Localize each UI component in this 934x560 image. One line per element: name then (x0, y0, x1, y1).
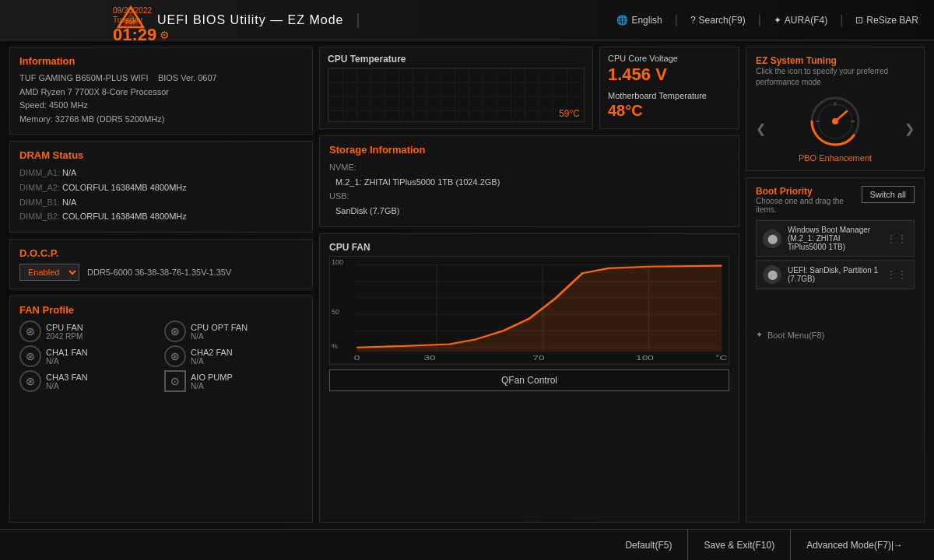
dram-b2: DIMM_B2: COLORFUL 16384MB 4800MHz (19, 209, 303, 224)
middle-column: CPU Temperature 59°C CPU Core Voltage 1.… (319, 47, 739, 523)
fan-chart-svg: 30 70 100 °C 0 (330, 257, 729, 364)
fan-info-cha3: CHA3 FAN N/A (46, 373, 88, 390)
dram-b2-label: DIMM_B2: (19, 212, 62, 221)
dram-b1: DIMM_B1: N/A (19, 195, 303, 210)
nav-sep-1: | (675, 13, 678, 27)
boot-menu-button[interactable]: ✦ Boot Menu(F8) (756, 330, 915, 340)
right-column: EZ System Tuning Click the icon to speci… (746, 47, 925, 523)
nav-sep-3: | (840, 13, 843, 27)
fan-grid: ⊛ CPU FAN 2042 RPM ⊛ CPU OPT FAN N/A (19, 320, 303, 392)
fan-icon-cha1: ⊛ (19, 345, 41, 367)
temp-graph-area: 59°C (328, 68, 585, 122)
language-label: English (631, 15, 662, 26)
left-column: Information TUF GAMING B650M-PLUS WIFI B… (9, 47, 313, 523)
docp-select[interactable]: Disabled Enabled (19, 264, 79, 281)
docp-panel: D.O.C.P. Disabled Enabled DDR5-6000 36-3… (9, 239, 313, 289)
bios-title: UEFI BIOS Utility — EZ Mode (157, 13, 343, 27)
usb-value-row: SanDisk (7.7GB) (329, 204, 729, 219)
boot-header: Boot Priority Choose one and drag the it… (756, 186, 915, 214)
info-title: Information (19, 55, 303, 67)
drag-handle-1[interactable]: ⋮⋮ (886, 268, 908, 281)
fan-item-cha1: ⊛ CHA1 FAN N/A (19, 345, 158, 367)
fan-item-cpu: ⊛ CPU FAN 2042 RPM (19, 320, 158, 342)
info-model-row: TUF GAMING B650M-PLUS WIFI BIOS Ver. 060… (19, 72, 303, 86)
info-speed-row: Speed: 4500 MHz (19, 99, 303, 113)
carousel-left-arrow[interactable]: ❮ (756, 121, 766, 136)
datetime-section: 09/20/2022 Tuesday 01:29 ⚙ (113, 6, 170, 45)
dram-b1-val: N/A (62, 198, 76, 207)
svg-text:30: 30 (423, 354, 435, 361)
time-section: 01:29 ⚙ (113, 25, 170, 45)
voltage-title: CPU Core Voltage (608, 54, 731, 63)
dram-a2-label: DIMM_A2: (19, 183, 62, 192)
settings-icon[interactable]: ⚙ (160, 29, 170, 41)
header-separator: | (356, 11, 360, 29)
tuning-icon-container[interactable]: PBO Enhancement (799, 94, 872, 163)
nvme-label: NVME: (329, 163, 356, 172)
dram-b2-val: COLORFUL 16384MB 4800MHz (62, 212, 187, 221)
fan-item-cha3: ⊛ CHA3 FAN N/A (19, 370, 158, 392)
nav-language[interactable]: 🌐 English (616, 15, 662, 26)
voltage-value: 1.456 V (608, 65, 731, 85)
drag-handle-0[interactable]: ⋮⋮ (886, 233, 908, 245)
nav-sep-2: | (758, 13, 761, 27)
switch-all-button[interactable]: Switch all (862, 186, 915, 203)
globe-icon: 🌐 (616, 15, 628, 26)
default-button[interactable]: Default(F5) (609, 530, 688, 560)
resize-icon: ⊡ (855, 15, 863, 26)
title-section: UEFI BIOS Utility — EZ Mode (157, 13, 343, 27)
header: 09/20/2022 Tuesday 01:29 ⚙ TUF UEFI BIOS… (0, 0, 934, 40)
fan-rpm-cpu-opt: N/A (191, 332, 248, 341)
info-model: TUF GAMING B650M-PLUS WIFI (19, 73, 149, 82)
information-panel: Information TUF GAMING B650M-PLUS WIFI B… (9, 47, 313, 135)
top-stats-row: CPU Temperature 59°C CPU Core Voltage 1.… (319, 47, 739, 129)
info-bios-ver: BIOS Ver. 0607 (158, 73, 217, 82)
fan-icon-cpu-opt: ⊛ (164, 320, 186, 342)
mb-temp-title: Motherboard Temperature (608, 91, 731, 100)
fan-item-cha2: ⊛ CHA2 FAN N/A (164, 345, 303, 367)
resize-label: ReSize BAR (866, 15, 918, 26)
nav-search[interactable]: ? Search(F9) (690, 15, 746, 26)
fan-profile-title: FAN Profile (19, 304, 303, 316)
svg-marker-12 (356, 265, 722, 351)
fan-info-cpu-opt: CPU OPT FAN N/A (191, 323, 248, 341)
ez-tuning-panel: EZ System Tuning Click the icon to speci… (746, 47, 925, 171)
fan-item-aio: ⊙ AIO PUMP N/A (164, 370, 303, 392)
header-nav: 🌐 English | ? Search(F9) | ✦ AURA(F4) | … (616, 13, 918, 27)
svg-point-22 (832, 118, 838, 124)
aura-icon: ✦ (774, 15, 781, 26)
boot-item-1[interactable]: ⬤ UEFI: SanDisk, Partition 1 (7.7GB) ⋮⋮ (756, 260, 915, 289)
boot-item-0[interactable]: ⬤ Windows Boot Manager (M.2_1: ZHITAI Ti… (756, 220, 915, 257)
nvme-value-row: M.2_1: ZHITAI TiPlus5000 1TB (1024.2GB) (329, 175, 729, 190)
fan-rpm-cha2: N/A (191, 357, 233, 366)
info-cpu-row: AMD Ryzen 7 7700X 8-Core Processor (19, 86, 303, 100)
advanced-mode-button[interactable]: Advanced Mode(F7)|→ (791, 530, 918, 560)
boot-item-name-0: Windows Boot Manager (M.2_1: ZHITAI TiPl… (788, 226, 880, 251)
mb-temp-value: 48°C (608, 102, 731, 120)
fan-rpm-cha1: N/A (46, 357, 88, 366)
ez-tuning-desc: Click the icon to specify your preferred… (756, 66, 915, 88)
speedometer-icon (808, 94, 862, 149)
fan-icon-aio: ⊙ (164, 370, 186, 392)
save-label: Save & Exit(F10) (704, 540, 774, 551)
nvme-row: NVME: (329, 160, 729, 175)
dram-b1-label: DIMM_B1: (19, 198, 62, 207)
carousel-right-arrow[interactable]: ❯ (904, 121, 915, 136)
fan-profile-panel: FAN Profile ⊛ CPU FAN 2042 RPM ⊛ (9, 296, 313, 523)
fan-rpm-aio: N/A (191, 382, 233, 390)
nav-resize[interactable]: ⊡ ReSize BAR (855, 15, 918, 26)
save-exit-button[interactable]: Save & Exit(F10) (688, 530, 791, 560)
disk-icon-1: ⬤ (763, 265, 781, 284)
fan-info-cha1: CHA1 FAN N/A (46, 348, 88, 366)
storage-content: NVME: M.2_1: ZHITAI TiPlus5000 1TB (1024… (329, 160, 729, 219)
fan-info-cha2: CHA2 FAN N/A (191, 348, 233, 366)
storage-title: Storage Information (329, 144, 729, 156)
fan-icon-cpu: ⊛ (19, 320, 41, 342)
advanced-label: Advanced Mode(F7)|→ (806, 540, 903, 551)
nav-aura[interactable]: ✦ AURA(F4) (774, 15, 827, 26)
dram-a2: DIMM_A2: COLORFUL 16384MB 4800MHz (19, 180, 303, 195)
cpu-temp-title: CPU Temperature (328, 54, 585, 65)
boot-header-text: Boot Priority Choose one and drag the it… (756, 186, 862, 214)
usb-label: USB: (329, 191, 349, 201)
qfan-button[interactable]: QFan Control (329, 369, 729, 391)
